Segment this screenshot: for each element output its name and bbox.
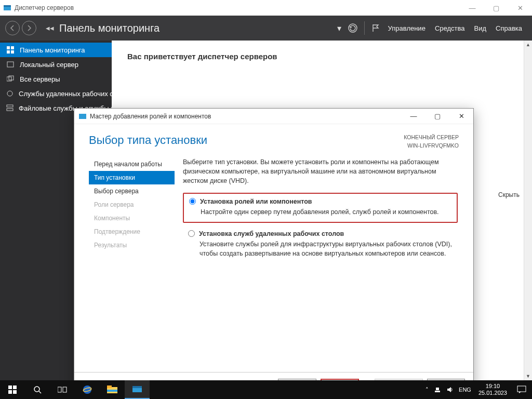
step-confirmation: Подтверждение — [89, 225, 175, 238]
scroll-up-icon[interactable]: ▲ — [524, 41, 532, 49]
minimize-button[interactable]: — — [460, 0, 484, 16]
taskbar-ie-icon[interactable] — [75, 380, 100, 399]
sidebar-item-all-servers[interactable]: Все серверы — [0, 72, 112, 86]
sidebar-item-label: Службы удаленных рабочих столов — [19, 90, 112, 98]
dropdown-icon[interactable]: ▾ — [337, 23, 341, 33]
svg-rect-16 — [8, 390, 12, 394]
svg-rect-30 — [436, 388, 439, 390]
wizard-minimize-button[interactable]: — — [402, 109, 425, 124]
step-server-roles: Роли сервера — [89, 198, 175, 211]
search-button[interactable] — [25, 380, 50, 399]
breadcrumb-chevron-icon: ◂◂ — [46, 23, 54, 33]
menu-view[interactable]: Вид — [474, 24, 486, 32]
svg-rect-28 — [132, 386, 142, 388]
wizard-icon — [78, 112, 87, 121]
destination-server-info: КОНЕЧНЫЙ СЕРВЕР WIN-LIVFRVQFMKO — [404, 134, 459, 150]
tray-language[interactable]: ENG — [459, 387, 471, 393]
page-title: Панель мониторинга — [59, 22, 159, 34]
svg-point-10 — [7, 91, 12, 96]
taskbar-explorer-icon[interactable] — [100, 380, 125, 399]
step-before-begin[interactable]: Перед началом работы — [89, 157, 175, 171]
storage-icon — [6, 104, 14, 112]
sidebar-item-local-server[interactable]: Локальный сервер — [0, 57, 112, 72]
add-roles-wizard-window: Мастер добавления ролей и компонентов — … — [74, 108, 474, 397]
wizard-maximize-button[interactable]: ▢ — [425, 109, 449, 124]
wizard-title: Мастер добавления ролей и компонентов — [90, 113, 402, 120]
option-title: Установка ролей или компонентов — [200, 197, 312, 206]
wizard-titlebar: Мастер добавления ролей и компонентов — … — [74, 109, 473, 124]
clock-time: 19:10 — [478, 383, 507, 390]
option-rds-radio[interactable] — [188, 230, 195, 237]
svg-line-19 — [39, 391, 41, 393]
wizard-description: Выберите тип установки. Вы можете устано… — [183, 157, 458, 185]
option-role-based-radio[interactable] — [189, 198, 196, 205]
tray-chevron-up-icon[interactable]: ˄ — [425, 387, 429, 393]
menu-manage[interactable]: Управление — [388, 24, 425, 32]
wizard-content-pane: Выберите тип установки. Вы можете устано… — [175, 155, 473, 373]
maximize-button[interactable]: ▢ — [484, 0, 508, 16]
destination-server-name: WIN-LIVFRVQFMKO — [404, 142, 459, 150]
svg-point-22 — [83, 385, 91, 394]
svg-rect-13 — [79, 114, 86, 119]
svg-rect-1 — [4, 5, 11, 7]
system-tray[interactable]: ˄ ENG — [422, 386, 474, 393]
welcome-heading: Вас приветствует диспетчер серверов — [127, 52, 516, 61]
vertical-scrollbar[interactable]: ▲ ▼ — [524, 41, 532, 380]
start-button[interactable] — [0, 380, 25, 399]
svg-rect-32 — [517, 386, 526, 392]
svg-point-18 — [34, 387, 39, 392]
app-titlebar: Диспетчер серверов — ▢ ✕ — [0, 0, 532, 16]
step-features: Компоненты — [89, 211, 175, 225]
taskbar-server-manager-icon[interactable] — [125, 380, 150, 399]
option-rds-install[interactable]: Установка служб удаленных рабочих столов… — [183, 226, 458, 263]
toolbar-separator — [364, 21, 365, 35]
svg-rect-14 — [8, 385, 12, 389]
svg-rect-6 — [11, 50, 14, 54]
svg-rect-3 — [7, 46, 10, 49]
sidebar-item-label: Панель мониторинга — [20, 46, 85, 54]
nav-back-button[interactable] — [5, 21, 20, 35]
svg-rect-4 — [11, 46, 14, 49]
tray-volume-icon[interactable] — [446, 386, 454, 393]
wizard-steps: Перед началом работы Тип установки Выбор… — [89, 155, 175, 373]
wizard-close-button[interactable]: ✕ — [449, 109, 473, 124]
step-server-selection[interactable]: Выбор сервера — [89, 184, 175, 198]
svg-rect-5 — [7, 50, 10, 54]
step-installation-type[interactable]: Тип установки — [89, 171, 175, 184]
svg-marker-31 — [447, 387, 451, 392]
hide-link[interactable]: Скрыть — [498, 191, 520, 198]
servers-icon — [6, 75, 15, 83]
option-role-based-install[interactable]: Установка ролей или компонентов Настройт… — [183, 193, 458, 223]
svg-rect-29 — [435, 391, 440, 392]
svg-rect-15 — [13, 385, 17, 389]
tray-network-icon[interactable] — [434, 386, 441, 393]
svg-rect-20 — [58, 387, 61, 392]
option-desc: Настройте один сервер путем добавления р… — [201, 207, 451, 217]
wizard-heading: Выбор типа установки — [89, 134, 404, 147]
clock-date: 25.01.2023 — [478, 390, 507, 396]
svg-rect-7 — [7, 62, 14, 67]
refresh-button[interactable] — [348, 23, 358, 33]
taskbar: ˄ ENG 19:10 25.01.2023 — [0, 380, 532, 399]
svg-rect-12 — [7, 109, 13, 111]
sidebar-item-label: Локальный сервер — [20, 61, 78, 69]
scroll-down-icon[interactable]: ▼ — [524, 372, 532, 380]
task-view-button[interactable] — [50, 380, 75, 399]
action-center-icon[interactable] — [511, 380, 532, 399]
sidebar-item-dashboard[interactable]: Панель мониторинга — [0, 43, 112, 57]
app-icon — [3, 4, 11, 12]
svg-rect-11 — [7, 105, 13, 107]
svg-rect-26 — [107, 390, 117, 392]
server-icon — [6, 60, 15, 69]
destination-label: КОНЕЧНЫЙ СЕРВЕР — [404, 134, 459, 142]
notifications-flag-icon[interactable] — [371, 23, 380, 33]
sidebar-item-rds[interactable]: Службы удаленных рабочих столов — [0, 86, 112, 101]
option-desc: Установите службы ролей для инфраструкту… — [200, 240, 453, 258]
nav-forward-button[interactable] — [22, 21, 36, 35]
sidebar-item-label: Все серверы — [20, 75, 60, 83]
menu-tools[interactable]: Средства — [435, 24, 465, 32]
taskbar-clock[interactable]: 19:10 25.01.2023 — [474, 383, 511, 396]
close-button[interactable]: ✕ — [508, 0, 532, 16]
rds-icon — [6, 89, 14, 98]
menu-help[interactable]: Справка — [496, 24, 522, 32]
